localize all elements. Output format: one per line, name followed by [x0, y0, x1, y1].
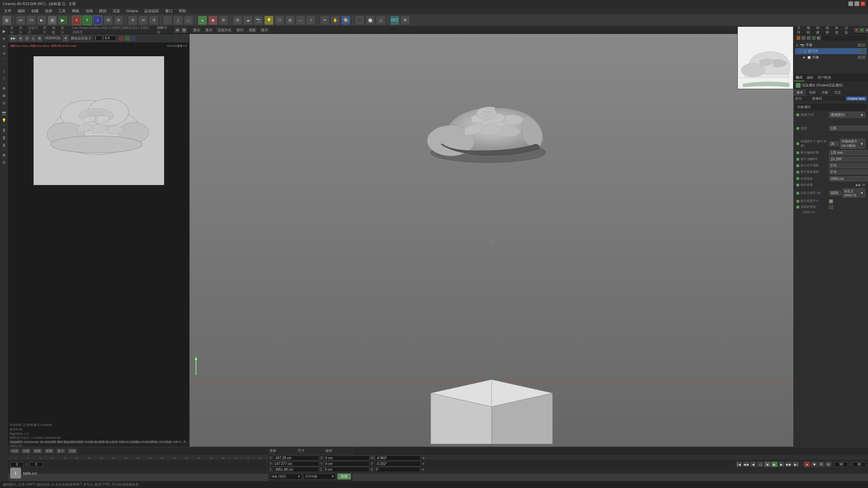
- frame-start[interactable]: 0: [10, 462, 24, 467]
- menu-anim[interactable]: 动画: [83, 8, 96, 14]
- snap-button[interactable]: ⊕: [2, 16, 12, 25]
- play-to-end[interactable]: ▶|: [793, 462, 799, 467]
- timeline-options[interactable]: ⚙: [818, 462, 824, 467]
- color-stop-2[interactable]: [125, 36, 130, 41]
- vp-left-toolbar-btn4[interactable]: ▷: [31, 35, 36, 42]
- octane-icon-render[interactable]: [796, 36, 801, 40]
- menu-window[interactable]: 窗口: [162, 8, 175, 14]
- rotate-tool[interactable]: ↺: [149, 16, 158, 25]
- vpr-menu-show[interactable]: 显示: [192, 27, 202, 33]
- sidebar-rotate[interactable]: ↺: [1, 50, 7, 57]
- cone-prim[interactable]: △: [376, 16, 386, 25]
- sidebar-move[interactable]: ✛: [1, 35, 7, 42]
- sidebar-extra2[interactable]: ⊡: [1, 159, 7, 166]
- tree-item-camera[interactable]: ▷ 📷 字幕: [795, 42, 867, 48]
- menu-octane[interactable]: Octane: [123, 8, 141, 14]
- y-step-btn[interactable]: ▾: [422, 462, 424, 466]
- rp-icon-1[interactable]: ×: [854, 28, 859, 33]
- deformer-btn[interactable]: ⤢: [306, 16, 316, 25]
- stop-btn[interactable]: ■: [764, 462, 770, 467]
- sidebar-magnet[interactable]: ⊕: [1, 85, 7, 92]
- viewport-left[interactable]: 显示 显示 渲染方式 胶片 视图 显示 Live Viewer [Studio1…: [8, 26, 190, 447]
- y-pos-input[interactable]: [273, 461, 319, 466]
- sidebar-polys[interactable]: □: [1, 75, 7, 82]
- prop-tab-coord[interactable]: 坐标: [806, 89, 819, 96]
- proj-dropdown[interactable]: 透视图(h) ▼: [829, 112, 865, 118]
- menu-tools[interactable]: 工具: [56, 8, 68, 14]
- menu-help[interactable]: 帮助: [176, 8, 189, 14]
- prop-tab-basic[interactable]: 基本: [794, 89, 806, 96]
- vp-left-menu-mode[interactable]: 渲染方式: [28, 25, 40, 35]
- points-mode[interactable]: ·: [163, 16, 172, 25]
- render-region-button[interactable]: ⊞: [47, 16, 57, 25]
- menu-edit[interactable]: 编辑: [15, 8, 28, 14]
- floor-btn[interactable]: ⊟: [233, 16, 242, 25]
- hfov-input[interactable]: [829, 163, 868, 168]
- render-render[interactable]: ◉: [208, 16, 218, 25]
- rdist-checkbox[interactable]: ✓: [829, 199, 833, 203]
- sensor-input[interactable]: [829, 141, 839, 146]
- play-to-start[interactable]: |◀: [736, 462, 742, 467]
- z-pos-input[interactable]: [273, 467, 319, 472]
- maximize-button[interactable]: □: [854, 1, 859, 6]
- boolean-btn[interactable]: ⊞: [285, 16, 295, 25]
- vp-left-toolbar-btn1[interactable]: ▶▶: [9, 35, 17, 42]
- vpr-menu-view[interactable]: 视图: [247, 27, 257, 33]
- sidebar-sculpt3[interactable]: $: [1, 142, 7, 148]
- play-back-btn[interactable]: ◁: [757, 462, 763, 467]
- tree-item-lights[interactable]: ▶ 🔲 对象: [795, 54, 867, 60]
- sidebar-scale[interactable]: ⇔: [1, 43, 7, 49]
- undo-button[interactable]: ↩: [16, 16, 25, 25]
- vp-icon-1[interactable]: ⊕: [175, 27, 180, 33]
- tl-menu-view[interactable]: 视图: [44, 448, 54, 454]
- minimize-button[interactable]: ─: [848, 1, 853, 6]
- oct-focal-preset[interactable]: 自定义 (6500 N) ▼: [843, 188, 865, 198]
- sidebar-sculpt2[interactable]: $: [1, 134, 7, 141]
- frame-end-val[interactable]: 90: [834, 462, 848, 467]
- prev-key-btn[interactable]: ◀◀: [743, 462, 749, 467]
- octane-icon-cam[interactable]: [807, 36, 811, 40]
- menu-mesh[interactable]: 网格: [69, 8, 82, 14]
- live-select-button[interactable]: ▶: [37, 16, 46, 25]
- tl-menu-frames[interactable]: 帧数: [33, 448, 43, 454]
- coord-dropdown-1[interactable]: 地板 (顶部) ▼: [270, 474, 302, 480]
- prop-tab-object[interactable]: 对象: [819, 89, 831, 96]
- menu-create[interactable]: 创建: [28, 8, 41, 14]
- record-btn[interactable]: ●: [804, 462, 810, 467]
- render-mode-input[interactable]: [93, 36, 102, 41]
- sidebar-edges[interactable]: |: [1, 67, 7, 74]
- obj-props-title[interactable]: 对象属性: [795, 104, 867, 110]
- octane-icon-settings[interactable]: [802, 36, 806, 40]
- vpr-menu-show2[interactable]: 显示: [259, 27, 270, 33]
- octane-icon-green[interactable]: [812, 36, 816, 40]
- film-h-input[interactable]: [829, 157, 868, 162]
- render-preview[interactable]: ●: [198, 16, 207, 25]
- next-key-btn[interactable]: ▶▶: [786, 462, 792, 467]
- render-button[interactable]: ▶: [58, 16, 67, 25]
- sky-btn[interactable]: ☁: [243, 16, 253, 25]
- vp-left-toolbar-btn2[interactable]: ⊕: [18, 35, 23, 42]
- rp-icon-2[interactable]: +: [860, 28, 864, 33]
- viewport-right[interactable]: 显示 显示 渲染方式 胶片 视图 显示 Octane渲染片 ⊕ ⊞: [190, 26, 793, 447]
- sidebar-light[interactable]: 💡: [1, 117, 7, 124]
- color-mode-dropdown[interactable]: ▼: [63, 35, 68, 42]
- film-offset-input[interactable]: [829, 150, 868, 155]
- prev-frame-btn[interactable]: ◀: [750, 462, 756, 467]
- tl-menu-anim[interactable]: 动画: [9, 448, 20, 454]
- vp-left-toolbar-btn5[interactable]: ⊞: [37, 35, 42, 42]
- sidebar-points[interactable]: ·: [1, 60, 7, 67]
- poly-mode[interactable]: □: [184, 16, 193, 25]
- sym-btn[interactable]: ↔: [296, 16, 305, 25]
- x-rot-input[interactable]: [375, 455, 421, 461]
- scale-tool[interactable]: ⇔: [138, 16, 148, 25]
- oct-focal-input[interactable]: [829, 190, 841, 196]
- lens-expand-icon[interactable]: ▶▶: [856, 183, 861, 187]
- subd-btn[interactable]: ⬡: [275, 16, 284, 25]
- sensor-preset[interactable]: 35毫米胶片 (36.0毫米) ▼: [840, 139, 865, 149]
- sidebar-extrude[interactable]: ⊙: [1, 100, 7, 106]
- vp-icon-2[interactable]: ⊞: [181, 27, 187, 33]
- focal-input[interactable]: [829, 126, 868, 131]
- camera-btn[interactable]: 📷: [254, 16, 263, 25]
- tl-menu-func[interactable]: 功能: [67, 448, 77, 454]
- mode-tab-userdata[interactable]: 用户数据: [815, 75, 833, 81]
